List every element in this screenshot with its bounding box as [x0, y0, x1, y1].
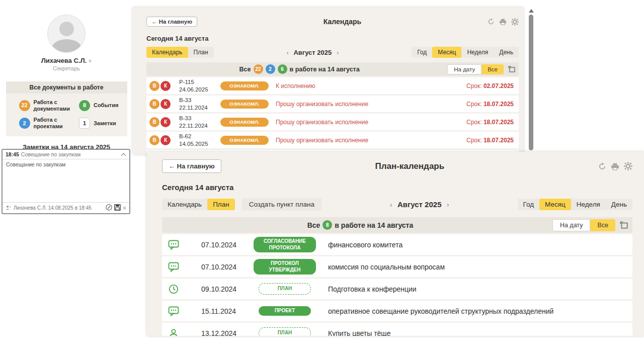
plan-description: финансового комитета: [316, 241, 626, 249]
save-icon[interactable]: [114, 204, 121, 212]
month-label: Август 2025: [397, 200, 442, 209]
doc-number: В-33: [179, 97, 220, 104]
avatar-head-shape: [59, 22, 74, 36]
status-badge: ПЛАН: [259, 283, 311, 295]
summary-item-projects[interactable]: 2 Работа с проектами: [19, 117, 77, 129]
status-badge: ОЗНАКОМЛ.: [220, 118, 269, 127]
plan-date: 07.10.2024: [201, 263, 250, 271]
expand-window-icon[interactable]: [620, 221, 628, 229]
control-icon: К: [160, 117, 171, 127]
view-mode-month[interactable]: Месяц: [539, 199, 571, 210]
collapse-chevron-icon[interactable]: [121, 151, 126, 157]
view-mode-switcher: Год Месяц Неделя День: [412, 47, 519, 58]
doc-number: В-62: [179, 133, 220, 140]
incoming-doc-icon: В: [149, 99, 159, 109]
status-badge: ОЗНАКОМЛ.: [220, 100, 269, 109]
view-mode-week[interactable]: Неделя: [461, 47, 494, 58]
create-plan-item-button[interactable]: Создать пункт плана: [242, 198, 321, 211]
view-mode-week[interactable]: Неделя: [571, 199, 606, 210]
incoming-doc-icon: В: [149, 135, 159, 145]
user-name-text: Лихачева С.Л.: [41, 57, 87, 64]
table-row[interactable]: В К В-6214.05.2025 ОЗНАКОМЛ. Прошу орган…: [146, 132, 519, 148]
list-item[interactable]: 13.12.2024 ПЛАН Купить цветы тёще: [162, 323, 632, 336]
task-description: К исполнению: [275, 82, 466, 89]
next-month-icon[interactable]: ›: [444, 200, 452, 209]
view-mode-day[interactable]: День: [606, 199, 632, 210]
edit-icon[interactable]: [106, 204, 112, 212]
deadline-label: Срок:: [466, 137, 482, 144]
filter-on-date-button[interactable]: На дату: [552, 219, 591, 231]
user-name[interactable]: Лихачева С.Л. ˅: [0, 57, 133, 64]
plan-date: 13.12.2024: [201, 329, 250, 336]
doc-date: 22.11.2024: [179, 104, 220, 111]
filter-all-button[interactable]: Все: [481, 64, 504, 74]
view-mode-day[interactable]: День: [494, 47, 519, 58]
documents-count-badge: 22: [19, 100, 30, 111]
list-item[interactable]: 07.10.2024 ПРОТОКОЛ УТВЕРЖДЕН комиссия п…: [162, 256, 632, 277]
table-row[interactable]: В К В-3322.11.2024 ОЗНАКОМЛ. Прошу орган…: [146, 96, 519, 112]
scroll-up-arrow[interactable]: [529, 9, 534, 13]
plan-date: 15.11.2024: [201, 307, 250, 315]
user-role: Секретарь: [0, 65, 133, 71]
table-row[interactable]: В К В-3322.11.2024 ОЗНАКОМЛ. Прошу орган…: [146, 114, 519, 130]
settings-gear-icon[interactable]: [624, 162, 632, 170]
tab-plan[interactable]: План: [188, 47, 214, 58]
chevron-down-icon[interactable]: ˅: [89, 58, 92, 64]
list-header-prefix: Все: [307, 221, 320, 229]
note-body[interactable]: Совещание по закупкам: [3, 159, 129, 202]
plan-description: Подготовка к конференции: [316, 285, 626, 293]
refresh-icon[interactable]: [488, 18, 495, 25]
summary-item-notes[interactable]: 1 Заметки: [79, 117, 122, 129]
note-title: Совещание по закупкам: [21, 151, 80, 157]
next-month-icon[interactable]: ›: [334, 49, 342, 56]
scrollbar[interactable]: [528, 9, 534, 154]
deadline-label: Срок:: [466, 119, 482, 126]
filter-on-date-button[interactable]: На дату: [447, 64, 481, 74]
print-icon[interactable]: [499, 18, 507, 25]
settings-gear-icon[interactable]: [511, 18, 519, 26]
list-item[interactable]: 07.10.2024 СОГЛАСОВАНИЕ ПРОТОКОЛА финанс…: [162, 234, 632, 255]
projects-count-badge: 2: [19, 118, 30, 129]
plan-description: оперативное совещание руководителей стру…: [316, 307, 626, 315]
clock-icon: [167, 284, 180, 294]
view-mode-switcher: Год Месяц Неделя День: [518, 199, 632, 210]
view-mode-year[interactable]: Год: [518, 199, 540, 210]
tab-calendar[interactable]: Календарь: [162, 199, 207, 210]
list-header: Все 22 2 6 в работе на 14 августа На дат…: [146, 62, 519, 76]
print-icon[interactable]: [611, 162, 619, 170]
doc-date: 14.05.2025: [179, 140, 220, 147]
expand-window-icon[interactable]: [508, 66, 516, 72]
list-header-suffix: в работе на 14 августа: [335, 221, 413, 229]
projects-label: Работа с проектами: [34, 117, 77, 129]
list-item[interactable]: 15.11.2024 ПРОЕКТ оперативное совещание …: [162, 301, 632, 321]
task-description: Прошу организовать исполнение: [275, 137, 466, 144]
prev-month-icon[interactable]: ‹: [283, 49, 291, 56]
view-mode-month[interactable]: Месяц: [432, 47, 461, 58]
scrollbar-thumb[interactable]: [529, 15, 533, 150]
control-icon: К: [160, 135, 171, 145]
summary-item-events[interactable]: 8 События: [79, 99, 122, 112]
doc-number: В-33: [179, 115, 220, 122]
deadline-date: 02.07.2025: [484, 82, 514, 89]
list-item[interactable]: 09.10.2024 ПЛАН Подготовка к конференции: [162, 279, 632, 299]
close-icon[interactable]: ×: [123, 205, 126, 212]
summary-title: Все документы в работе: [6, 81, 127, 94]
note-time: 18:45: [6, 151, 19, 157]
tab-plan[interactable]: План: [207, 199, 235, 210]
notes-count-badge: 1: [79, 118, 90, 129]
events-label: События: [94, 102, 118, 109]
prev-month-icon[interactable]: ‹: [387, 200, 395, 209]
table-row[interactable]: В К Р-11524.06.2025 ОЗНАКОМЛ. К исполнен…: [146, 77, 519, 94]
back-to-home-button[interactable]: ← На главную: [162, 159, 221, 173]
documents-summary-panel: Все документы в работе 22 Работа с докум…: [6, 81, 127, 136]
note-card[interactable]: 18:45 Совещание по закупкам Совещание по…: [2, 149, 130, 214]
avatar[interactable]: [47, 15, 86, 53]
filter-all-button[interactable]: Все: [590, 219, 615, 231]
summary-item-documents[interactable]: 22 Работа с документами: [19, 99, 77, 112]
tab-calendar[interactable]: Календарь: [146, 47, 188, 58]
doc-number: Р-115: [179, 78, 220, 85]
refresh-icon[interactable]: [598, 162, 606, 170]
back-to-home-button[interactable]: ← На главную: [146, 17, 197, 27]
status-badge: ПРОЕКТ: [259, 306, 311, 316]
view-mode-year[interactable]: Год: [412, 47, 432, 58]
